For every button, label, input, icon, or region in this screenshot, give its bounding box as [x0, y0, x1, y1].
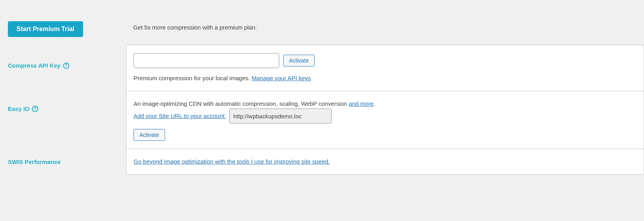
site-url-input[interactable]	[229, 109, 332, 123]
compress-api-activate-button[interactable]: Activate	[283, 55, 315, 66]
add-site-url-link[interactable]: Add your Site URL to your account:	[134, 111, 226, 121]
compress-api-label-cell: Compress API Key ?	[0, 45, 126, 77]
easy-io-url-row: Add your Site URL to your account:	[134, 109, 636, 123]
compress-api-content: Activate Premium compression for your lo…	[126, 45, 644, 91]
swis-label: SWIS Performance	[8, 158, 61, 165]
easy-io-activate-button[interactable]: Activate	[134, 129, 165, 141]
compress-api-description: Premium compression for your local image…	[134, 74, 636, 83]
help-icon[interactable]: ?	[63, 63, 69, 69]
easy-io-desc-suffix: .	[374, 100, 375, 107]
settings-table: Start Premium Trial Get 5x more compress…	[0, 8, 644, 175]
easy-io-content: An image-optimizing CDN with automatic c…	[126, 91, 644, 149]
premium-description-text: Get 5x more compression with a premium p…	[133, 24, 257, 31]
swis-label-cell: SWIS Performance	[0, 149, 126, 173]
compress-api-field-row: Activate	[134, 53, 636, 68]
compress-api-key-input[interactable]	[134, 53, 279, 68]
easy-io-row: Easy IO ? An image-optimizing CDN with a…	[0, 91, 644, 149]
easy-io-label-cell: Easy IO ?	[0, 91, 126, 120]
start-premium-trial-button[interactable]: Start Premium Trial	[8, 21, 83, 37]
swis-content: Go beyond image optimization with the to…	[126, 149, 644, 175]
easy-io-label: Easy IO	[8, 105, 30, 112]
easy-io-and-more-link[interactable]: and more	[349, 100, 373, 107]
compress-api-row: Compress API Key ? Activate Premium comp…	[0, 45, 644, 91]
compress-api-label: Compress API Key	[8, 62, 61, 69]
swis-performance-link[interactable]: Go beyond image optimization with the to…	[134, 158, 330, 165]
swis-row: SWIS Performance Go beyond image optimiz…	[0, 149, 644, 175]
easy-io-desc-prefix: An image-optimizing CDN with automatic c…	[134, 100, 349, 107]
easy-io-description: An image-optimizing CDN with automatic c…	[134, 99, 636, 109]
premium-description-cell: Get 5x more compression with a premium p…	[126, 8, 644, 40]
premium-trial-row: Start Premium Trial Get 5x more compress…	[0, 8, 644, 45]
easy-io-activate-wrap: Activate	[134, 129, 636, 141]
compress-api-desc-prefix: Premium compression for your local image…	[134, 75, 252, 81]
manage-api-keys-link[interactable]: Manage your API keys	[252, 75, 311, 81]
premium-label-cell: Start Premium Trial	[0, 8, 126, 45]
help-icon[interactable]: ?	[32, 106, 38, 112]
